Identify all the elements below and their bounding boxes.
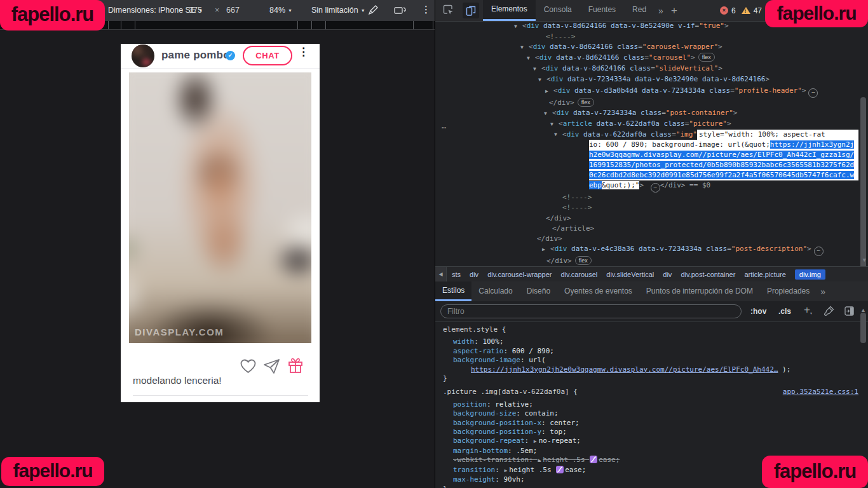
breadcrumb-item[interactable]: div.post-container <box>681 271 735 278</box>
breadcrumb-item[interactable]: div.img <box>795 269 825 280</box>
css-property[interactable]: aspect-ratio: 600 / 890; <box>443 347 868 356</box>
selected-node-line6[interactable]: ebp&quot;);"> ⋯</div> == $0 <box>435 180 868 193</box>
elements-scrollbar-thumb[interactable] <box>860 97 866 266</box>
avatar[interactable] <box>132 44 154 67</box>
viewport-height-field[interactable]: 667 <box>226 6 240 15</box>
breadcrumb-item[interactable]: div.slideVertical <box>606 271 654 278</box>
like-heart-icon[interactable] <box>240 358 257 374</box>
tab-consola[interactable]: Consola <box>536 0 580 21</box>
console-badges[interactable]: × 6 ! 47 <box>720 0 762 21</box>
expand-arrow-icon[interactable]: ▼ <box>538 75 546 85</box>
breadcrumb-item[interactable]: div.carousel-wrapper <box>487 271 552 278</box>
expand-arrow-icon[interactable]: ▼ <box>514 22 522 32</box>
image-url-link[interactable]: https://jjnh1x3ygn2jh2e0w3qqagmw.divaspl… <box>471 365 778 374</box>
expand-arrow-icon[interactable]: ▶ <box>542 245 550 255</box>
style-filter-input[interactable]: Filtro <box>440 304 742 318</box>
expand-arrow-icon[interactable]: ▶ <box>545 86 553 97</box>
flex-badge[interactable]: flex <box>698 53 715 62</box>
styles-tab-estilos[interactable]: Estilos <box>435 281 471 301</box>
inspect-element-icon[interactable] <box>443 4 454 21</box>
bezier-editor-icon[interactable] <box>556 466 564 473</box>
dom-tree-line[interactable]: ▶<div data-v-d3a0b4d4 data-v-7234334a cl… <box>435 86 868 98</box>
css-property[interactable]: width: 100%; <box>443 337 868 346</box>
selected-node-line4[interactable]: 1699152835/photos_protected/0b5b890b8593… <box>435 160 868 170</box>
expand-arrow-icon[interactable]: ▼ <box>554 130 562 140</box>
toggle-panel-icon[interactable] <box>844 306 854 316</box>
dom-tree-line[interactable]: ▼<div data-v-8d624166 class="carousel-wr… <box>435 42 868 53</box>
new-tab-icon[interactable]: + <box>671 4 677 17</box>
expand-arrow-icon[interactable]: ▶ <box>538 458 541 463</box>
css-property[interactable]: background-position-y: top; <box>443 428 868 437</box>
styles-tab-calculado[interactable]: Calculado <box>471 281 519 301</box>
post-menu-icon[interactable]: ⋮ <box>298 45 309 58</box>
dom-tree-line[interactable]: </article> <box>435 224 868 234</box>
chat-button[interactable]: CHAT <box>243 46 292 65</box>
bezier-editor-icon[interactable] <box>590 456 597 463</box>
selected-node-line1[interactable]: ▼<div data-v-622daf0a class="img"style="… <box>435 130 868 140</box>
dom-tree-line[interactable]: ▼<div data-v-7234334a data-v-8e32490e da… <box>435 74 868 85</box>
dom-tree-line[interactable]: </div> <box>435 214 868 224</box>
more-actions-icon[interactable]: ⋯ <box>814 247 824 256</box>
more-actions-icon[interactable]: ⋯ <box>808 88 818 98</box>
breadcrumb-item[interactable]: sts <box>452 271 461 278</box>
device-toolbar-toggle-icon[interactable] <box>463 3 479 18</box>
styles-tab-propiedades[interactable]: Propiedades <box>760 281 817 301</box>
stylus-icon[interactable] <box>367 4 379 16</box>
styles-tab-puntos-de-interrupci-n-de-dom[interactable]: Puntos de interrupción de DOM <box>639 281 760 301</box>
selected-dom-node[interactable]: ▼<div data-v-622daf0a class="img"style="… <box>435 130 868 193</box>
more-options-icon[interactable]: ⋮ <box>421 4 431 15</box>
css-url-line[interactable]: https://jjnh1x3ygn2jh2e0w3qqagmw.divaspl… <box>443 365 868 374</box>
new-style-rule-button[interactable]: +▾ <box>804 304 812 316</box>
expand-arrow-icon[interactable]: ▼ <box>550 119 559 130</box>
css-property[interactable]: position: relative; <box>443 400 868 409</box>
expand-arrow-icon[interactable]: ▶ <box>534 438 537 444</box>
breadcrumb-scroll-left-icon[interactable]: ◀ <box>435 267 447 281</box>
more-actions-icon[interactable]: ⋯ <box>442 123 447 133</box>
expand-arrow-icon[interactable]: ▼ <box>533 64 541 74</box>
share-plane-icon[interactable] <box>263 358 280 374</box>
stylesheet-link[interactable]: app.352a521e.css:1 <box>783 388 858 396</box>
tab-fuentes[interactable]: Fuentes <box>580 0 624 21</box>
dom-tree-line[interactable]: ▼<div data-v-8d624166 class="carousel">f… <box>435 53 868 64</box>
expand-arrow-icon[interactable]: ▼ <box>520 43 529 53</box>
paintbrush-icon[interactable] <box>824 306 834 316</box>
css-selector[interactable]: element.style { <box>443 325 868 334</box>
dom-tree-line[interactable]: </div> <box>435 234 868 244</box>
selected-node-line5[interactable]: 0c26cdbd2d8ebc392d0991e85d756e99f2a2f4a5… <box>435 170 868 180</box>
tab-red[interactable]: Red <box>624 0 654 21</box>
tab-elementos[interactable]: Elementos <box>483 0 536 21</box>
viewport-width-field[interactable]: 375 <box>189 6 202 15</box>
post-photo[interactable]: DIVASPLAY.COM <box>129 72 311 343</box>
dom-tree-line[interactable]: ▼<article data-v-622daf0a class="picture… <box>435 119 868 130</box>
styles-scrollbar-thumb[interactable] <box>860 313 866 343</box>
css-property[interactable]: background-repeat: ▶no-repeat; <box>443 437 868 446</box>
zoom-select[interactable]: 84%▼ <box>269 6 292 15</box>
dom-tree-line[interactable]: </div>flex <box>435 98 868 108</box>
dom-tree-line[interactable]: </div>flex <box>435 256 868 266</box>
flex-badge[interactable]: flex <box>578 98 594 107</box>
breadcrumb-item[interactable]: article.picture <box>744 271 785 278</box>
dom-tree-line[interactable]: <!----> <box>435 193 868 203</box>
more-actions-icon[interactable]: ⋯ <box>651 183 660 193</box>
expand-arrow-icon[interactable]: ▼ <box>544 109 552 119</box>
dom-tree-line[interactable]: ▼<div data-v-7234334a class="post-contai… <box>435 108 868 119</box>
breadcrumb-item[interactable]: div <box>663 271 672 278</box>
styles-tab-oyentes-de-eventos[interactable]: Oyentes de eventos <box>557 281 639 301</box>
dom-tree-line[interactable]: ▼<div data-v-8d624166 class="slideVertic… <box>435 64 868 74</box>
css-selector[interactable]: .picture .img[data-v-622daf0a] {app.352a… <box>443 388 868 396</box>
styles-tab-dise-o[interactable]: Diseño <box>520 281 557 301</box>
css-property[interactable]: margin-bottom: .5em; <box>443 447 868 456</box>
toggle-hover-state-button[interactable]: :hov <box>750 307 766 316</box>
flex-badge[interactable]: flex <box>575 256 592 265</box>
more-tabs-icon[interactable]: » <box>820 287 825 297</box>
breadcrumb-item[interactable]: div <box>470 271 478 278</box>
expand-arrow-icon[interactable]: ▼ <box>527 53 535 64</box>
dom-tree-line[interactable]: <!----> <box>435 32 868 42</box>
style-attribute-editor[interactable]: style="width: 100%; aspect-rat <box>697 130 858 140</box>
dom-tree-line[interactable]: ▶<div data-v-e4c38a36 data-v-7234334a cl… <box>435 244 868 256</box>
css-property[interactable]: background-position-x: center; <box>443 419 868 428</box>
expand-arrow-icon[interactable]: ▶ <box>504 468 507 473</box>
breadcrumb-item[interactable]: div.carousel <box>560 271 597 278</box>
selected-node-line3[interactable]: h2e0w3qqagmw.divasplay.com//picture/aes/… <box>435 150 868 160</box>
rotate-device-icon[interactable] <box>394 5 407 16</box>
